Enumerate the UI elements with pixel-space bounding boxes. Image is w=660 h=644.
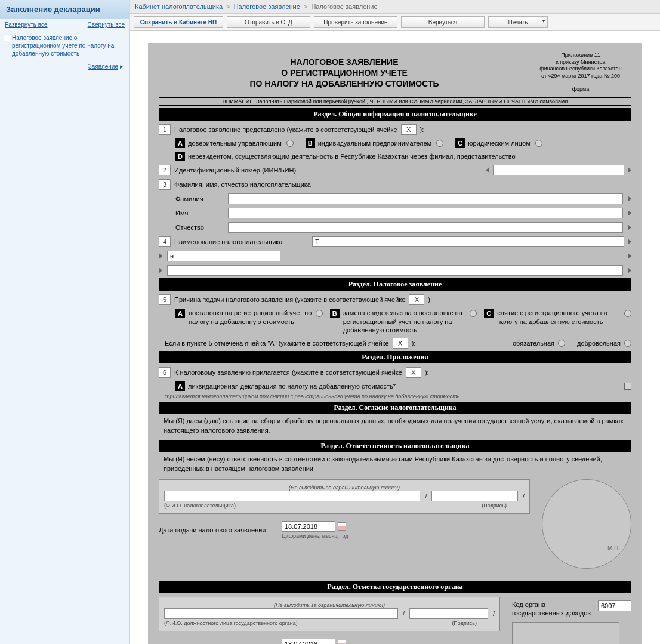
calendar-icon[interactable] xyxy=(338,522,346,531)
opt-a-label: доверительным управляющим xyxy=(188,140,282,147)
org-name-input-3[interactable] xyxy=(167,265,623,276)
q6a-label: ликвидационная декларация по налогу на д… xyxy=(188,383,396,390)
org-code-input[interactable] xyxy=(598,600,631,611)
submit-date-input[interactable] xyxy=(282,521,335,532)
breadcrumb-2[interactable]: Налоговое заявление xyxy=(234,3,300,10)
item-number-4: 4 xyxy=(159,236,171,247)
section-consent: Раздел. Согласие налогоплательщика xyxy=(159,402,631,414)
item-number-1: 1 xyxy=(159,124,171,135)
signature-gov-input[interactable] xyxy=(409,608,488,619)
send-button[interactable]: Отправить в ОГД xyxy=(227,16,310,28)
section-attachments: Раздел. Приложения xyxy=(159,351,631,363)
stamp-circle: М.П. xyxy=(542,479,631,569)
chevron-right-icon[interactable] xyxy=(159,253,162,259)
radio-5a[interactable] xyxy=(316,310,323,317)
q1-label: Налоговое заявление представлено (укажит… xyxy=(174,126,397,133)
submit-date-label: Дата подачи налогового заявления xyxy=(159,526,278,534)
dropdown-arrow-icon: ▾ xyxy=(542,19,545,24)
sidebar: Заполнение декларации Развернуть все Све… xyxy=(0,0,130,644)
radio-5b[interactable] xyxy=(470,310,477,317)
chevron-right-icon[interactable] xyxy=(628,267,631,273)
radio-mandatory[interactable] xyxy=(558,340,565,347)
annex-block: Приложение 11 к приказу Министра финансо… xyxy=(530,52,631,93)
surname-input[interactable] xyxy=(228,193,623,204)
signature-taxpayer-input[interactable] xyxy=(431,491,517,501)
iin-bin-input[interactable] xyxy=(493,165,624,175)
calendar-icon[interactable] xyxy=(338,640,346,644)
voluntary-label: добровольная xyxy=(577,340,621,347)
back-button[interactable]: Вернуться xyxy=(401,16,485,28)
resp-text: Мы (Я) несем (несу) ответственность в со… xyxy=(159,452,631,476)
breadcrumb-1[interactable]: Кабинет налогоплательщика xyxy=(135,3,223,10)
item-number-5: 5 xyxy=(159,294,171,305)
doc-title-2: О РЕГИСТРАЦИОННОМ УЧЕТЕ xyxy=(159,67,530,78)
sidebar-statement-link[interactable]: Заявление xyxy=(88,63,118,70)
chevron-right-icon: ▸ xyxy=(120,63,124,70)
sidebar-item-declaration[interactable]: Налоговое заявление о регистрационном уч… xyxy=(0,30,129,61)
chevron-left-icon[interactable] xyxy=(486,167,489,173)
opt-b-label: индивидуальным предпринимателем xyxy=(318,140,431,147)
patronym-input[interactable] xyxy=(228,222,623,233)
check-button[interactable]: Проверить заполнение xyxy=(314,16,397,28)
checkbox-6a[interactable] xyxy=(624,383,631,390)
reason-c: снятие с регистрационного учета по налог… xyxy=(497,309,621,326)
surname-label: Фамилия xyxy=(175,195,223,202)
fill-warning: ВНИМАНИЕ! Заполнять шариковой или перьев… xyxy=(159,97,631,106)
main-content: Кабинет налогоплательщика > Налоговое за… xyxy=(130,0,660,644)
radio-voluntary[interactable] xyxy=(624,340,631,347)
radio-a[interactable] xyxy=(286,140,294,147)
item-number-2: 2 xyxy=(159,165,171,175)
org-name-input-2[interactable] xyxy=(167,251,280,261)
opt-d-label: нерезидентом, осуществляющим деятельност… xyxy=(188,153,516,160)
q6-label: К налоговому заявлению прилагается (укаж… xyxy=(174,369,402,376)
patronym-label: Отчество xyxy=(175,224,223,231)
org-name-input-1[interactable] xyxy=(312,236,624,247)
item-number-3: 3 xyxy=(159,179,171,190)
section-application: Раздел. Налоговое заявление xyxy=(159,278,631,291)
chevron-right-icon[interactable] xyxy=(628,196,631,202)
name-input[interactable] xyxy=(228,208,623,218)
radio-c[interactable] xyxy=(535,140,542,147)
save-button[interactable]: Сохранить в Кабинете НП xyxy=(134,16,223,28)
q2-label: Идентификационный номер (ИИН/БИН) xyxy=(174,167,482,174)
letter-d: D xyxy=(175,152,185,161)
radio-b[interactable] xyxy=(436,140,443,147)
chevron-right-icon[interactable] xyxy=(628,224,631,230)
chevron-right-icon[interactable] xyxy=(628,167,631,173)
document-form: НАЛОГОВОЕ ЗАЯВЛЕНИЕ О РЕГИСТРАЦИОННОМ УЧ… xyxy=(148,43,642,644)
doc-title-1: НАЛОГОВОЕ ЗАЯВЛЕНИЕ xyxy=(159,57,530,67)
collapse-all-link[interactable]: Свернуть все xyxy=(88,21,125,28)
letter-b: В xyxy=(330,309,340,318)
chevron-right-icon[interactable] xyxy=(628,253,631,259)
reason-a: постановка на регистрационный учет по на… xyxy=(189,309,312,326)
expand-all-link[interactable]: Развернуть все xyxy=(5,21,48,28)
letter-b: В xyxy=(306,138,315,148)
fio-taxpayer-input[interactable] xyxy=(164,491,420,501)
chevron-right-icon[interactable] xyxy=(159,267,162,273)
radio-5c[interactable] xyxy=(624,310,631,317)
section-gov-mark: Раздел. Отметка государственного органа xyxy=(159,581,631,593)
letter-a: А xyxy=(175,138,185,148)
mandatory-label: обязательная xyxy=(513,340,554,347)
q6-mark: X xyxy=(406,367,421,378)
receipt-date-input[interactable] xyxy=(282,639,335,644)
chevron-right-icon[interactable] xyxy=(628,239,631,245)
breadcrumb: Кабинет налогоплательщика > Налоговое за… xyxy=(130,0,660,14)
fio-gov-input[interactable] xyxy=(164,608,398,619)
letter-c: С xyxy=(455,138,465,148)
q6-note: *прилагается налогоплательщиком при снят… xyxy=(159,393,631,399)
print-button[interactable]: Печать▾ xyxy=(488,16,548,28)
q4-label: Наименование налогоплательщика xyxy=(174,238,309,245)
section-general: Раздел. Общая информация о налогоплатель… xyxy=(159,108,631,121)
sidebar-title: Заполнение декларации xyxy=(0,0,129,19)
consent-text: Мы (Я) даем (даю) согласие на сбор и обр… xyxy=(159,414,631,437)
signature-box-gov: (Не выходить за ограничительную линию!) … xyxy=(159,597,500,631)
q5-cond: Если в пункте 5 отмечена ячейка "А" (ука… xyxy=(165,340,389,347)
q5-cond-mark: X xyxy=(393,338,408,349)
breadcrumb-3: Налоговое заявление xyxy=(311,3,377,10)
q5-label: Причина подачи налогового заявления (ука… xyxy=(174,296,405,303)
opt-c-label: юридическим лицом xyxy=(468,140,530,147)
section-responsibility: Раздел. Ответственность налогоплательщик… xyxy=(159,440,631,452)
chevron-right-icon[interactable] xyxy=(628,210,631,216)
q5-mark: X xyxy=(409,294,424,305)
